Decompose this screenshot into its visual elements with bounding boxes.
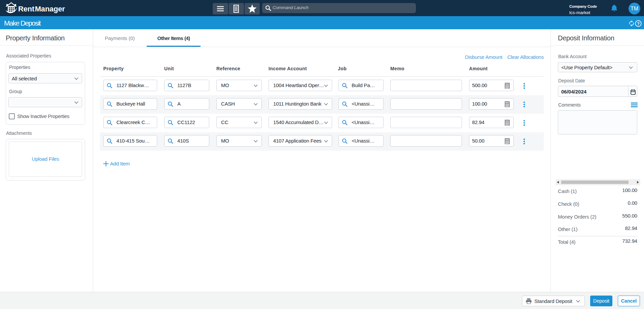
svg-text:?: ? (637, 22, 640, 26)
